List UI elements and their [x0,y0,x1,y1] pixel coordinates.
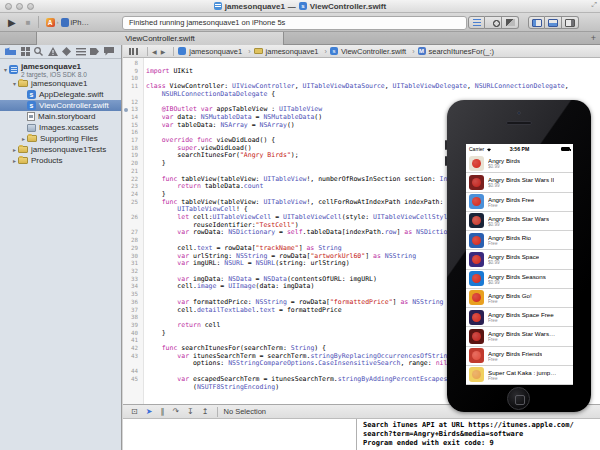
home-button[interactable] [507,387,530,410]
fullscreen-icon[interactable]: ⤢ [591,1,597,9]
app-icon [469,233,484,248]
tree-item-jamesonquave1tests[interactable]: ▸jamesonquave1Tests [0,144,121,155]
tree-item-main-storyboard[interactable]: Main.storyboard [0,111,121,122]
app-icon [469,329,484,344]
assistant-editor-button[interactable] [485,16,502,29]
tree-item-jamesonquave1[interactable]: ▾jamesonquave1 [0,78,121,89]
search-navigator-icon[interactable] [34,47,43,56]
tab-viewcontroller[interactable]: ViewController.swift [36,32,284,45]
related-items-icon[interactable] [129,48,138,55]
app-result-row[interactable]: Angry Birds Space FreeFree [466,308,573,327]
disclosure-triangle[interactable]: ▸ [11,157,18,164]
toggle-utilities-button[interactable] [562,16,579,29]
app-result-row[interactable]: Angry Birds Star Wars II$0.99 [466,173,573,192]
disclosure-triangle[interactable]: ▸ [20,135,27,142]
line-number: 26 [123,214,141,222]
swift-icon: s [27,101,36,110]
editor-mode-control [468,16,519,29]
app-result-row[interactable]: Angry Birds FreeFree [466,193,573,212]
volume-up-button [445,140,447,150]
version-editor-button[interactable] [502,16,519,29]
back-button[interactable]: ◀ [152,48,157,55]
pause-button[interactable]: ∥ [160,405,164,418]
step-over-button[interactable]: ↷ [172,405,179,418]
app-price: Free [488,299,532,304]
app-price: Free [488,337,555,342]
add-tab-button[interactable]: + [591,32,596,45]
breadcrumb-label: searchItunesFor(_:) [429,47,494,56]
toggle-navigator-button[interactable] [528,16,545,29]
app-result-row[interactable]: Angry Birds Go!Free [466,289,573,308]
chevron-right-icon: › [57,19,59,25]
tree-item-jamesonquave1[interactable]: ▾jamesonquave12 targets, iOS SDK 8.0 [0,61,121,78]
app-price: $0.99 [488,164,520,169]
debug-navigator-icon[interactable] [76,47,86,56]
line-number: 42 [123,345,141,353]
tree-item-products[interactable]: ▸Products [0,155,121,166]
line-number: 23 [123,183,141,191]
test-navigator-icon[interactable] [62,47,71,56]
app-result-row[interactable]: Angry Birds Space$0.99 [466,250,573,269]
assistant-editor-icon [489,20,498,26]
breadcrumb-item[interactable]: sViewController.swift› [330,47,415,56]
forward-button[interactable]: ▶ [161,48,166,55]
disclosure-triangle[interactable]: ▸ [11,146,18,153]
activity-viewer: Finished running jamesonquave1 on iPhone… [122,16,467,30]
scheme-selector[interactable]: A › iPh… [46,18,89,27]
app-result-row[interactable]: Angry Birds RioFree [466,231,573,250]
tree-item-images-xcassets[interactable]: Images.xcassets [0,122,121,133]
app-price: Free [488,357,542,362]
navigator-sidebar: ▾jamesonquave12 targets, iOS SDK 8.0▾jam… [0,45,122,450]
line-number: 27 [123,229,141,237]
tree-item-supporting-files[interactable]: ▸Supporting Files [0,133,121,144]
swift-icon: s [27,90,36,99]
app-result-row[interactable]: Angry Birds Seasons$0.99 [466,270,573,289]
step-out-button[interactable]: ↥ [202,405,209,418]
zoom-window-button[interactable] [27,3,34,10]
standard-editor-button[interactable] [468,16,485,29]
search-results-table: Angry Birds$0.99Angry Birds Star Wars II… [466,154,573,385]
app-result-row[interactable]: Super Cat Kaka : jump…Free [466,366,573,385]
breadcrumb-item[interactable]: jamesonquave1› [178,47,250,56]
earpiece-speaker [506,121,532,125]
variables-view[interactable] [123,419,357,450]
app-result-row[interactable]: Angry Birds$0.99 [466,154,573,173]
disclosure-triangle[interactable]: ▾ [2,66,9,73]
breadcrumb-label: ViewController.swift [341,47,406,56]
issue-navigator-icon[interactable] [48,47,58,56]
stop-button[interactable]: ■ [26,18,31,27]
line-number: 32 [123,268,141,276]
run-button[interactable]: ▶ [8,17,16,28]
step-into-button[interactable]: ↧ [187,405,194,418]
line-number: 33 [123,276,141,284]
utilities-panel-icon [565,19,575,27]
minimize-window-button[interactable] [16,3,23,10]
project-navigator-icon[interactable] [5,47,16,56]
line-number: 37 [123,307,141,315]
symbol-navigator-icon[interactable] [21,47,30,56]
app-icon [469,290,484,305]
console-output[interactable]: Search iTunes API at URL https://itunes.… [357,419,600,450]
breakpoint-navigator-icon[interactable] [90,47,99,56]
line-number: 8 [123,60,141,68]
toggle-debug-area-button[interactable] [545,16,562,29]
breadcrumb-item[interactable]: MsearchItunesFor(_:) [418,47,494,56]
hide-debug-area-button[interactable]: ⊡ [131,405,138,418]
storyboard-icon [27,112,35,121]
standard-editor-icon [473,19,481,26]
app-result-row[interactable]: Angry Birds Star Wars…Free [466,327,573,346]
app-result-row[interactable]: Angry Birds Star Wars$0.99 [466,212,573,231]
report-navigator-icon[interactable] [104,47,114,56]
line-number [123,384,141,392]
app-result-row[interactable]: Angry Birds FriendsFree [466,347,573,366]
disclosure-triangle[interactable]: ▾ [11,80,18,87]
breakpoints-toggle-button[interactable]: ➤ [146,405,153,418]
close-window-button[interactable] [5,3,12,10]
breadcrumb-item[interactable]: jamesonquave1› [254,47,327,56]
line-number: 25 [123,199,141,207]
window-title: jamesonquave1 — s ViewController.swift [0,2,600,11]
tree-item-viewcontroller-swift[interactable]: sViewController.swift [0,100,121,111]
tree-item-appdelegate-swift[interactable]: sAppDelegate.swift [0,89,121,100]
front-camera [517,111,521,115]
line-number: 31 [123,260,141,268]
